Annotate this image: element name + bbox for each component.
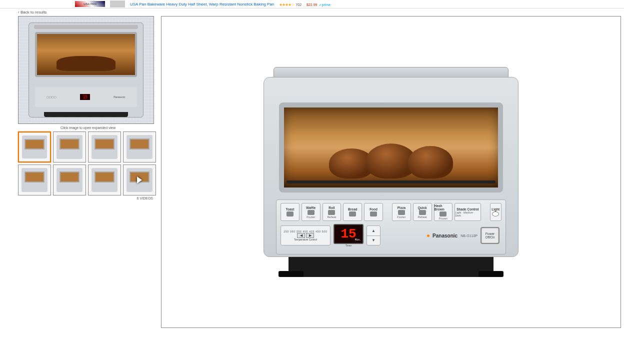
mode-toast: Toast: [280, 203, 300, 221]
oven-thumbnail: ▢▢▢▢ 15 Panasonic: [28, 22, 144, 118]
mode-pizza: PizzaFrozen: [392, 203, 411, 221]
sponsored-banner[interactable]: USA PAN USA Pan Bakeware Heavy Duty Half…: [0, 0, 624, 8]
mode-bread: Bread: [343, 203, 362, 221]
timer-updown: ▲ ▼: [366, 226, 380, 246]
mode-roll: RollReheat: [322, 203, 342, 221]
star-icon: ★★★★☆: [279, 2, 294, 7]
mode-hash-brown: Hash BrownFrozen: [434, 203, 453, 221]
timer-display: 15 Min.: [334, 224, 364, 244]
thumbnail-control-panel-closeup[interactable]: [123, 132, 156, 162]
shade-control: Shade ControlLight · Medium · Dark: [454, 203, 480, 221]
model-label: NB-G110P: [460, 234, 478, 238]
thumbnail-with-tray[interactable]: [18, 164, 51, 196]
power-led-icon: [427, 234, 430, 237]
mode-waffle: WaffleFrozen: [302, 203, 320, 221]
banner-product-image: [110, 0, 125, 8]
oven-zoom-image: ToastWaffleFrozenRollReheatBreadFoodPizz…: [264, 67, 518, 277]
thumbnail-features-text[interactable]: [53, 132, 86, 162]
temperature-control: 250 300 350 400 425 450 500 ◀ ▶ Temperat…: [280, 226, 330, 246]
prime-badge: ✓prime: [319, 3, 331, 6]
temp-up-icon: ▶: [306, 233, 314, 238]
banner-price: $22.99: [306, 3, 317, 6]
back-to-results-link[interactable]: Back to results: [20, 10, 46, 14]
temp-down-icon: ◀: [297, 233, 305, 238]
banner-product-link[interactable]: USA Pan Bakeware Heavy Duty Half Sheet, …: [130, 2, 274, 6]
breadcrumb: ‹ Back to results: [0, 8, 624, 16]
main-product-image[interactable]: ▢▢▢▢ 15 Panasonic: [18, 16, 154, 124]
oven-base: [288, 257, 494, 277]
power-button: Power Off/On: [480, 227, 500, 244]
brand-label: Panasonic: [432, 233, 458, 238]
zoom-flyout: ToastWaffleFrozenRollReheatBreadFoodPizz…: [161, 16, 621, 328]
thumbnail-video[interactable]: [123, 164, 156, 196]
oven-window: [279, 102, 503, 192]
thumbnail-front-view[interactable]: [18, 132, 51, 162]
caret-up-icon: ▲: [367, 226, 380, 236]
banner-rating: ★★★★☆ 702: [279, 1, 302, 7]
oven-control-panel: ToastWaffleFrozenRollReheatBreadFoodPizz…: [276, 200, 506, 254]
banner-brand-logo: USA PAN: [75, 1, 105, 7]
thumbnail-cooking-food[interactable]: [88, 132, 121, 162]
oven-body: ToastWaffleFrozenRollReheatBreadFoodPizz…: [264, 77, 518, 257]
banner-review-count: 702: [296, 3, 302, 6]
mode-food: Food: [364, 203, 383, 221]
image-gallery: ▢▢▢▢ 15 Panasonic Click image to open ex…: [18, 16, 158, 200]
light-button: Light: [490, 203, 502, 221]
chevron-left-icon: ‹: [18, 10, 20, 14]
image-caption: Click image to open expanded view: [18, 126, 158, 130]
thumbnail-strip: [18, 132, 158, 196]
caret-down-icon: ▼: [367, 236, 380, 246]
banner-pricing: $22.99 ✓prime: [306, 1, 330, 7]
video-count: 6 VIDEOS: [18, 196, 158, 200]
thumbnail-front-closed[interactable]: [53, 164, 86, 196]
thumbnail-door-open[interactable]: [88, 164, 121, 196]
mode-quick: QuickReheat: [413, 203, 432, 221]
